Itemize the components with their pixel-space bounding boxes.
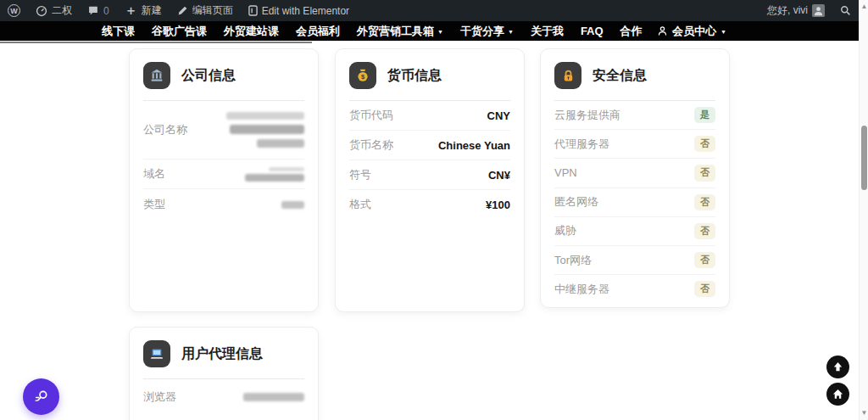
main-nav: 线下课 谷歌广告课 外贸建站课 会员福利 外贸营销工具箱▼ 干货分享▼ 关于我 … <box>0 21 859 41</box>
currency-symbol-value: CN¥ <box>488 169 510 182</box>
wp-logo-menu[interactable]: W <box>0 0 28 21</box>
nav-member-center[interactable]: 会员中心 ▼ <box>657 21 726 41</box>
anonymous-network-label: 匿名网络 <box>554 194 598 210</box>
company-name-row: 公司名称 <box>143 101 304 160</box>
type-row: 类型 <box>143 189 304 220</box>
browser-row: 浏览器 <box>143 379 304 415</box>
company-name-redacted-value <box>226 112 304 148</box>
scrollbar-down-arrow[interactable]: ▼ <box>860 409 868 417</box>
currency-code-value: CNY <box>487 109 510 122</box>
proxy-server-label: 代理服务器 <box>554 137 609 152</box>
person-icon <box>657 25 668 36</box>
currency-name-row: 货币名称 Chinese Yuan <box>349 131 510 160</box>
site-search-fab[interactable] <box>23 378 59 415</box>
nav-item-google-ads-course[interactable]: 谷歌广告课 <box>143 24 215 39</box>
nav-item-offline-course[interactable]: 线下课 <box>93 24 143 39</box>
proxy-server-badge: 否 <box>694 136 715 152</box>
vpn-label: VPN <box>554 166 577 179</box>
currency-symbol-row: 符号 CN¥ <box>349 160 510 190</box>
nav-item-cooperation[interactable]: 合作 <box>612 24 651 39</box>
comments-menu[interactable]: 0 <box>80 0 117 21</box>
elementor-icon <box>248 5 258 16</box>
relay-server-badge: 否 <box>694 281 715 297</box>
currency-symbol-label: 符号 <box>349 167 371 182</box>
company-card-title: 公司信息 <box>181 67 236 85</box>
nav-item-marketing-toolbox[interactable]: 外贸营销工具箱▼ <box>348 24 452 39</box>
currency-info-card: $ 货币信息 货币代码 CNY 货币名称 Chinese Yuan 符号 CN¥… <box>335 48 525 312</box>
nav-item-faq[interactable]: FAQ <box>572 25 612 37</box>
member-center-label: 会员中心 <box>672 24 716 39</box>
wp-admin-bar: W 二权 0 ＋ 新建 编辑页面 Edit <box>0 0 859 21</box>
comment-count: 0 <box>103 5 109 17</box>
company-info-card: 公司信息 公司名称 域名 类型 <box>129 48 319 312</box>
threat-row: 威胁 否 <box>554 217 715 246</box>
security-card-header: 安全信息 <box>554 62 715 101</box>
currency-card-header: $ 货币信息 <box>349 62 510 101</box>
new-content-menu[interactable]: ＋ 新建 <box>117 0 170 21</box>
greeting-text: 您好, vivi <box>767 3 808 18</box>
account-menu[interactable]: 您好, vivi <box>760 3 832 18</box>
site-name-menu[interactable]: 二权 <box>28 0 80 21</box>
vpn-row: VPN 否 <box>554 159 715 188</box>
domain-label: 域名 <box>143 166 165 182</box>
chevron-down-icon: ▼ <box>508 29 514 35</box>
dashboard-gauge-icon <box>36 5 47 17</box>
elementor-label: Edit with Elementor <box>262 5 349 17</box>
security-info-card: 安全信息 云服务提供商 是 代理服务器 否 VPN 否 匿名网络 否 威胁 否 … <box>540 48 730 308</box>
home-icon <box>832 388 844 400</box>
user-agent-card-header: 用户代理信息 <box>143 340 304 379</box>
currency-card-title: 货币信息 <box>387 67 442 85</box>
page: W 二权 0 ＋ 新建 编辑页面 Edit <box>0 0 868 420</box>
threat-badge: 否 <box>694 223 715 239</box>
currency-code-label: 货币代码 <box>349 108 393 123</box>
building-icon <box>143 62 170 89</box>
elementor-menu[interactable]: Edit with Elementor <box>241 0 357 21</box>
nav-item-about-me[interactable]: 关于我 <box>522 24 572 39</box>
flying-magnifier-icon <box>32 388 51 406</box>
cloud-provider-badge: 是 <box>694 107 715 123</box>
new-label: 新建 <box>142 3 162 18</box>
money-bag-icon: $ <box>349 62 376 89</box>
scrollbar-thumb[interactable] <box>861 126 867 190</box>
scrollbar[interactable]: ▲ ▼ <box>859 0 868 420</box>
arrow-up-icon <box>832 361 844 373</box>
chevron-down-icon: ▼ <box>721 29 726 35</box>
proxy-server-row: 代理服务器 否 <box>554 130 715 159</box>
anonymous-network-row: 匿名网络 否 <box>554 188 715 217</box>
relay-server-label: 中继服务器 <box>554 282 609 297</box>
type-redacted-value <box>281 201 304 209</box>
back-to-top-button[interactable] <box>826 356 849 378</box>
relay-server-row: 中继服务器 否 <box>554 275 715 303</box>
laptop-icon <box>143 340 170 367</box>
nav-item-sharing[interactable]: 干货分享▼ <box>452 24 522 39</box>
edit-page-label: 编辑页面 <box>192 3 233 18</box>
search-menu[interactable] <box>832 5 859 16</box>
domain-redacted-value <box>245 167 304 182</box>
type-label: 类型 <box>143 197 165 212</box>
company-card-header: 公司信息 <box>143 62 304 101</box>
user-agent-info-card: 用户代理信息 浏览器 <box>129 327 319 420</box>
threat-label: 威胁 <box>554 223 576 238</box>
security-card-title: 安全信息 <box>593 67 647 85</box>
chevron-down-icon: ▼ <box>437 29 443 35</box>
edit-page-menu[interactable]: 编辑页面 <box>170 0 241 21</box>
home-button[interactable] <box>826 383 849 406</box>
user-agent-card-title: 用户代理信息 <box>181 345 263 363</box>
currency-name-value: Chinese Yuan <box>438 139 510 152</box>
avatar-icon <box>812 4 825 17</box>
tor-network-row: Tor网络 否 <box>554 246 715 275</box>
currency-code-row: 货币代码 CNY <box>349 101 510 131</box>
tor-network-label: Tor网络 <box>554 253 592 268</box>
browser-redacted-value <box>243 393 304 401</box>
currency-format-value: ¥100 <box>486 199 510 211</box>
pencil-icon <box>177 5 188 16</box>
scrollbar-up-arrow[interactable]: ▲ <box>860 3 868 11</box>
svg-text:$: $ <box>361 73 365 81</box>
nav-item-member-benefits[interactable]: 会员福利 <box>287 24 348 39</box>
currency-format-label: 格式 <box>349 197 371 212</box>
nav-item-site-building-course[interactable]: 外贸建站课 <box>215 24 287 39</box>
currency-format-row: 格式 ¥100 <box>349 190 510 219</box>
company-name-label: 公司名称 <box>143 122 187 137</box>
cloud-provider-row: 云服务提供商 是 <box>554 101 715 130</box>
tor-network-badge: 否 <box>694 252 715 268</box>
